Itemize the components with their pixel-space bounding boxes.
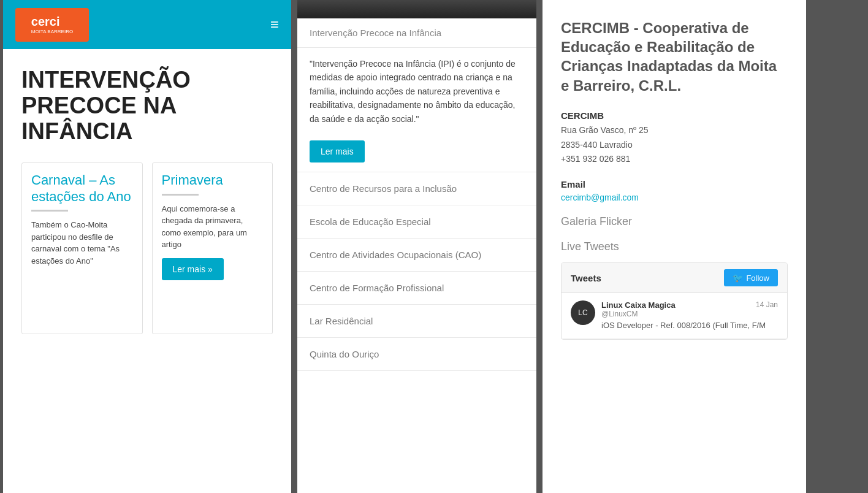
page-title: INTERVENÇÃO PRECOCE NA INFÂNCIA bbox=[21, 67, 273, 144]
header: cerci MOITA BARREIRO ≡ bbox=[3, 0, 291, 49]
gallery-title: Galeria Flicker bbox=[561, 215, 788, 228]
article-text: "Intervenção Precoce na Infância (IPI) é… bbox=[310, 57, 524, 126]
tweet-avatar: LC bbox=[571, 300, 595, 325]
panel-2: Intervenção Precoce na Infância "Interve… bbox=[297, 0, 536, 493]
panel-1: cerci MOITA BARREIRO ≡ INTERVENÇÃO PRECO… bbox=[3, 0, 291, 493]
panel-3: CERCIMB - Cooperativa de Educação e Reab… bbox=[542, 0, 806, 493]
hamburger-menu[interactable]: ≡ bbox=[270, 16, 279, 33]
menu-item-quinta[interactable]: Quinta do Ouriço bbox=[297, 338, 536, 371]
gallery-section: Galeria Flicker bbox=[561, 215, 788, 228]
panel-1-body: INTERVENÇÃO PRECOCE NA INFÂNCIA Carnaval… bbox=[3, 49, 291, 493]
card1-title[interactable]: Carnaval – As estações do Ano bbox=[31, 172, 133, 205]
section-header: Intervenção Precoce na Infância bbox=[297, 18, 536, 48]
contact-address2: 2835-440 Lavradio bbox=[561, 138, 788, 153]
top-image bbox=[297, 0, 536, 18]
menu-item-escola[interactable]: Escola de Educação Especial bbox=[297, 205, 536, 239]
tweet-user-row: Linux Caixa Magica @LinuxCM 14 Jan bbox=[601, 300, 778, 318]
follow-label: Follow bbox=[746, 273, 769, 283]
article-section: "Intervenção Precoce na Infância (IPI) é… bbox=[297, 48, 536, 172]
tweet-content: Linux Caixa Magica @LinuxCM 14 Jan iOS D… bbox=[601, 300, 778, 331]
contact-name: CERCIMB bbox=[561, 110, 788, 121]
contact-phone: +351 932 026 881 bbox=[561, 152, 788, 167]
menu-list: Centro de Recursos para a Inclusão Escol… bbox=[297, 172, 536, 371]
tweets-header: Tweets 🐦 Follow bbox=[562, 263, 787, 293]
logo-subtext: MOITA BARREIRO bbox=[31, 29, 73, 34]
tweets-widget: Tweets 🐦 Follow LC Linux Caixa Magica @L… bbox=[561, 262, 788, 340]
tweet-item: LC Linux Caixa Magica @LinuxCM 14 Jan iO… bbox=[562, 293, 787, 339]
email-section: Email cercimb@gmail.com bbox=[561, 179, 788, 203]
tweet-text: iOS Developer - Ref. 008/2016 (Full Time… bbox=[601, 320, 778, 331]
email-label: Email bbox=[561, 179, 788, 189]
card2-title[interactable]: Primavera bbox=[162, 172, 264, 188]
contact-address1: Rua Grão Vasco, nº 25 bbox=[561, 123, 788, 138]
card1-divider bbox=[31, 210, 68, 212]
menu-item-centro-atividades[interactable]: Centro de Atividades Ocupacionais (CAO) bbox=[297, 239, 536, 272]
tweet-handle: @LinuxCM bbox=[601, 310, 676, 318]
org-title: CERCIMB - Cooperativa de Educação e Reab… bbox=[561, 18, 788, 95]
tweet-date: 14 Jan bbox=[756, 300, 778, 309]
menu-item-centro-formacao[interactable]: Centro de Formação Profissional bbox=[297, 272, 536, 305]
card2-read-more-button[interactable]: Ler mais » bbox=[162, 258, 224, 280]
ler-mais-button[interactable]: Ler mais bbox=[310, 140, 365, 162]
card2-text: Aqui comemora-se a chegada da primavera,… bbox=[162, 203, 264, 251]
tweets-title: Live Tweets bbox=[561, 240, 788, 253]
menu-item-lar[interactable]: Lar Residêncial bbox=[297, 305, 536, 338]
card1-text: Também o Cao-Moita participou no desfile… bbox=[31, 219, 133, 267]
menu-item-centro-recursos[interactable]: Centro de Recursos para a Inclusão bbox=[297, 172, 536, 205]
tweet-username: Linux Caixa Magica bbox=[601, 300, 676, 310]
logo[interactable]: cerci MOITA BARREIRO bbox=[15, 8, 89, 42]
card2-divider bbox=[162, 194, 199, 196]
follow-button[interactable]: 🐦 Follow bbox=[724, 269, 778, 286]
tweets-header-label: Tweets bbox=[571, 273, 601, 283]
cards-row: Carnaval – As estações do Ano Também o C… bbox=[21, 162, 273, 334]
tweets-section: Live Tweets Tweets 🐦 Follow LC Linux Cai… bbox=[561, 240, 788, 340]
card-carnaval: Carnaval – As estações do Ano Também o C… bbox=[21, 162, 143, 334]
logo-text: cerci bbox=[31, 15, 60, 28]
contact-section: CERCIMB Rua Grão Vasco, nº 25 2835-440 L… bbox=[561, 110, 788, 167]
tweet-user-info: Linux Caixa Magica @LinuxCM bbox=[601, 300, 676, 318]
twitter-bird-icon: 🐦 bbox=[733, 273, 743, 283]
email-link[interactable]: cercimb@gmail.com bbox=[561, 193, 639, 202]
card-primavera: Primavera Aqui comemora-se a chegada da … bbox=[152, 162, 273, 334]
